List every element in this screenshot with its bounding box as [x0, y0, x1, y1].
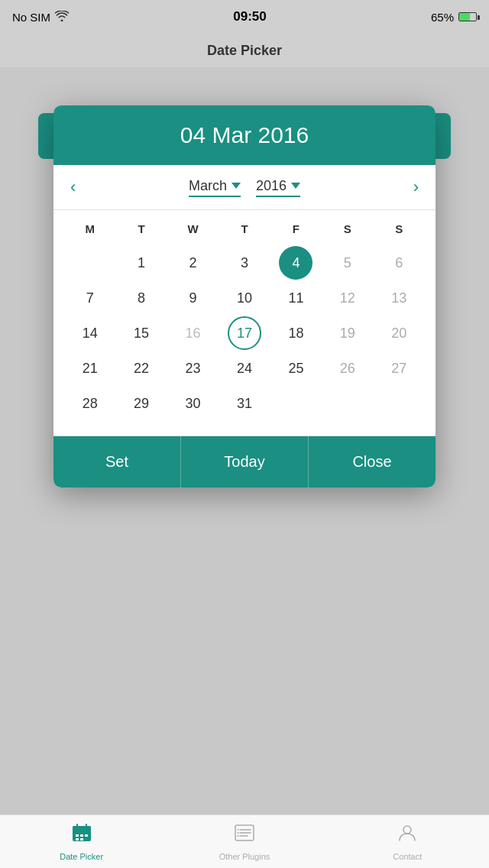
calendar-day[interactable]: 28: [73, 387, 107, 420]
calendar-day[interactable]: 1: [125, 246, 158, 280]
svg-point-16: [403, 826, 411, 834]
day-header: M: [64, 218, 115, 240]
day-headers: MTWTFSS: [64, 218, 425, 240]
calendar-day[interactable]: 24: [228, 351, 261, 385]
calendar-day: [382, 387, 416, 420]
calendar-day[interactable]: 15: [125, 316, 158, 350]
next-month-button[interactable]: ›: [407, 177, 425, 197]
calendar-day[interactable]: 31: [228, 387, 261, 420]
calendar-day[interactable]: 13: [382, 281, 416, 315]
calendar-day: [331, 387, 364, 420]
contact-icon: [397, 822, 418, 849]
svg-rect-4: [76, 834, 79, 837]
year-label: 2016: [256, 178, 287, 194]
svg-rect-8: [80, 838, 83, 840]
calendar-day: [73, 246, 107, 280]
day-header: S: [322, 218, 373, 240]
calendar-day[interactable]: 25: [279, 351, 313, 385]
calendar-day[interactable]: 12: [331, 281, 364, 315]
list-icon: [234, 822, 255, 849]
wifi-icon: [55, 11, 69, 24]
calendar-grid: MTWTFSS 12345678910111213141516171819202…: [53, 210, 436, 436]
status-right: 65%: [431, 11, 477, 24]
calendar-days: 1234567891011121314151617181920212223242…: [64, 246, 425, 420]
svg-point-13: [237, 829, 238, 831]
day-header: T: [115, 218, 167, 240]
tab-date-picker-label: Date Picker: [60, 852, 103, 861]
calendar-day[interactable]: 9: [176, 281, 210, 315]
calendar-icon: [71, 822, 92, 849]
tab-contact[interactable]: Contact: [326, 822, 489, 861]
calendar-day[interactable]: 27: [382, 351, 416, 385]
year-selector[interactable]: 2016: [256, 178, 300, 197]
set-button[interactable]: Set: [53, 436, 180, 487]
month-year-selectors: March 2016: [189, 178, 300, 197]
svg-rect-5: [80, 834, 83, 837]
month-year-row: ‹ March 2016 ›: [53, 165, 436, 210]
modal-header: 04 Mar 2016: [53, 105, 436, 165]
calendar-day[interactable]: 20: [382, 316, 416, 350]
calendar-day[interactable]: 17: [228, 316, 261, 350]
calendar-day[interactable]: 4: [279, 246, 313, 280]
day-header: W: [167, 218, 219, 240]
month-dropdown-icon: [232, 183, 241, 189]
selected-date-display: 04 Mar 2016: [180, 122, 309, 147]
calendar-day[interactable]: 6: [382, 246, 416, 280]
tab-other-plugins-label: Other Plugins: [219, 852, 270, 861]
day-header: S: [374, 218, 425, 240]
status-bar: No SIM 09:50 65%: [0, 0, 489, 34]
calendar-day[interactable]: 29: [125, 387, 158, 420]
tab-other-plugins[interactable]: Other Plugins: [163, 822, 325, 861]
calendar-day: [279, 387, 313, 420]
main-content: Open Date Picker Popup 04 Mar 2016 ‹ Mar…: [0, 67, 489, 815]
tab-bar: Date Picker Other Plugins Contact: [0, 815, 489, 868]
battery-percent: 65%: [431, 11, 454, 24]
calendar-day[interactable]: 19: [331, 316, 364, 350]
calendar-day[interactable]: 30: [176, 387, 210, 420]
tab-date-picker[interactable]: Date Picker: [0, 822, 163, 861]
calendar-day[interactable]: 16: [176, 316, 210, 350]
svg-point-14: [237, 832, 238, 834]
status-left: No SIM: [12, 11, 69, 24]
battery-icon: [458, 12, 477, 21]
datepicker-modal: 04 Mar 2016 ‹ March 2016 › MTWTFSS 12345…: [53, 105, 436, 487]
calendar-day[interactable]: 10: [228, 281, 261, 315]
calendar-day[interactable]: 2: [176, 246, 210, 280]
calendar-day[interactable]: 7: [73, 281, 107, 315]
status-time: 09:50: [233, 9, 266, 24]
calendar-day[interactable]: 11: [279, 281, 313, 315]
calendar-day[interactable]: 21: [73, 351, 107, 385]
year-dropdown-icon: [291, 183, 300, 189]
month-label: March: [189, 178, 227, 194]
calendar-day[interactable]: 8: [125, 281, 158, 315]
svg-rect-1: [73, 826, 91, 831]
today-button[interactable]: Today: [180, 436, 308, 487]
calendar-day[interactable]: 26: [331, 351, 364, 385]
carrier-label: No SIM: [12, 11, 50, 24]
tab-contact-label: Contact: [393, 852, 422, 861]
nav-title: Date Picker: [207, 43, 282, 59]
day-header: F: [270, 218, 322, 240]
day-header: T: [219, 218, 270, 240]
prev-month-button[interactable]: ‹: [64, 177, 82, 197]
calendar-day[interactable]: 5: [331, 246, 364, 280]
month-selector[interactable]: March: [189, 178, 241, 197]
svg-rect-6: [85, 834, 88, 837]
nav-bar: Date Picker: [0, 34, 489, 67]
calendar-day[interactable]: 3: [228, 246, 261, 280]
svg-rect-7: [76, 838, 79, 840]
calendar-day[interactable]: 23: [176, 351, 210, 385]
calendar-day[interactable]: 18: [279, 316, 313, 350]
calendar-day[interactable]: 22: [125, 351, 158, 385]
svg-point-15: [237, 835, 238, 837]
modal-footer: Set Today Close: [53, 436, 436, 487]
close-button[interactable]: Close: [308, 436, 436, 487]
calendar-day[interactable]: 14: [73, 316, 107, 350]
